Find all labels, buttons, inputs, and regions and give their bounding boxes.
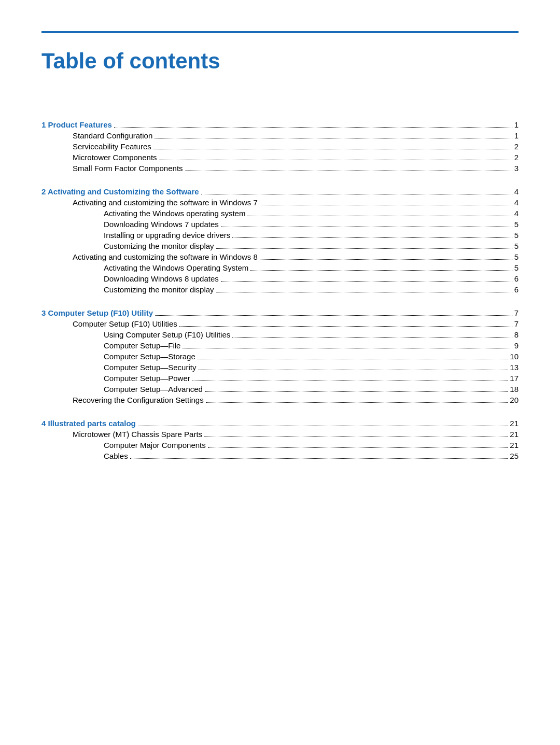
toc-entry-ch3-sub1-4[interactable]: Computer Setup—Security 13	[41, 363, 519, 372]
ch1-label: 1 Product Features	[41, 120, 112, 129]
toc-entry-ch2-sub1-3[interactable]: Installing or upgrading device drivers 5	[41, 231, 519, 240]
toc-entry-ch2-sub1[interactable]: Activating and customizing the software …	[41, 198, 519, 207]
toc-entry-ch1-sub2[interactable]: Serviceability Features 2	[41, 142, 519, 151]
toc-entry-ch2-sub1-4[interactable]: Customizing the monitor display 5	[41, 242, 519, 250]
chapter-2-section: 2 Activating and Customizing the Softwar…	[41, 187, 519, 294]
toc-entry-ch3[interactable]: 3 Computer Setup (F10) Utility 7	[41, 308, 519, 317]
toc-entry-ch3-sub1-1[interactable]: Using Computer Setup (F10) Utilities 8	[41, 330, 519, 339]
toc-entry-ch2-sub2-3[interactable]: Customizing the monitor display 6	[41, 285, 519, 294]
toc-entry-ch3-sub1-5[interactable]: Computer Setup—Power 17	[41, 374, 519, 383]
toc-entry-ch2-sub2[interactable]: Activating and customizing the software …	[41, 252, 519, 261]
chapter-3-section: 3 Computer Setup (F10) Utility 7 Compute…	[41, 308, 519, 404]
ch1-sub1-label: Standard Configuration	[73, 131, 152, 140]
toc-entry-ch2-sub2-2[interactable]: Downloading Windows 8 updates 6	[41, 274, 519, 283]
toc-entry-ch4-sub1-1[interactable]: Computer Major Components 21	[41, 441, 519, 449]
toc-entry-ch1-sub4[interactable]: Small Form Factor Components 3	[41, 164, 519, 173]
toc-entry-ch3-sub1-3[interactable]: Computer Setup—Storage 10	[41, 352, 519, 361]
chapter-1-section: 1 Product Features 1 Standard Configurat…	[41, 120, 519, 173]
toc-entry-ch4-sub1-2[interactable]: Cables 25	[41, 452, 519, 460]
toc-entry-ch2-sub1-2[interactable]: Downloading Windows 7 updates 5	[41, 220, 519, 229]
page-title: Table of contents	[41, 49, 519, 79]
ch1-page: 1	[514, 120, 519, 129]
ch1-dots	[114, 127, 512, 128]
toc-entry-ch1-sub1[interactable]: Standard Configuration 1	[41, 131, 519, 140]
toc-entry-ch3-sub1-2[interactable]: Computer Setup—File 9	[41, 341, 519, 350]
toc-entry-ch4[interactable]: 4 Illustrated parts catalog 21	[41, 419, 519, 428]
toc-entry-ch1[interactable]: 1 Product Features 1	[41, 120, 519, 129]
toc-entry-ch2-sub2-1[interactable]: Activating the Windows Operating System …	[41, 263, 519, 272]
toc-entry-ch2[interactable]: 2 Activating and Customizing the Softwar…	[41, 187, 519, 196]
toc-entry-ch2-sub1-1[interactable]: Activating the Windows operating system …	[41, 209, 519, 218]
toc-container: 1 Product Features 1 Standard Configurat…	[41, 120, 519, 460]
chapter-4-section: 4 Illustrated parts catalog 21 Microtowe…	[41, 419, 519, 460]
toc-entry-ch4-sub1[interactable]: Microtower (MT) Chassis Spare Parts 21	[41, 430, 519, 439]
toc-entry-ch3-sub1[interactable]: Computer Setup (F10) Utilities 7	[41, 319, 519, 328]
toc-entry-ch1-sub3[interactable]: Microtower Components 2	[41, 153, 519, 162]
toc-entry-ch3-sub2[interactable]: Recovering the Configuration Settings 20	[41, 396, 519, 404]
toc-entry-ch3-sub1-6[interactable]: Computer Setup—Advanced 18	[41, 385, 519, 393]
